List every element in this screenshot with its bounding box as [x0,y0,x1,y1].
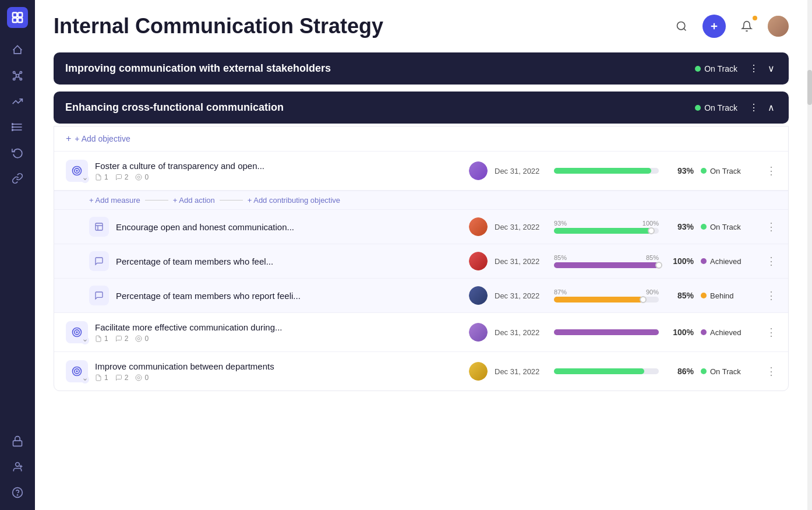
group-expand-2[interactable]: ∧ [765,101,777,114]
sub-title-3[interactable]: Percentage of team members who report fe… [116,291,462,301]
meta-comment-count-1: 2 [125,173,129,181]
svg-point-46 [137,377,140,379]
meta-comment-1: 2 [115,173,129,181]
add-contributing-btn[interactable]: + Add contributing objective [248,196,340,205]
sub-avatar-3 [469,286,488,305]
obj-icon-2[interactable] [66,321,88,343]
obj-menu-2[interactable]: ⋮ [766,326,776,339]
obj-date-2: Dec 31, 2022 [495,328,547,337]
sub-progress-1: 93% 100% [554,220,659,234]
meta-comment-count-3: 2 [125,374,129,382]
obj-status-1: On Track [701,167,759,175]
svg-point-32 [136,174,142,180]
meta-target-count-1: 0 [144,173,149,181]
add-measure-btn[interactable]: + Add measure [89,196,140,205]
svg-point-6 [20,72,22,73]
sidebar-item-user-add[interactable] [7,456,28,477]
sidebar-item-trending[interactable] [7,91,28,112]
sub-info-2: Percentage of team members who feel... [116,256,462,266]
page-title: Internal Communication Strategy [54,14,670,38]
sub-title-1[interactable]: Encourage open and honest communication.… [116,222,462,232]
meta-doc-3: 1 [95,374,108,382]
svg-line-26 [684,29,686,31]
sidebar-item-help[interactable] [7,482,28,503]
sub-row-1: Encourage open and honest communication.… [54,210,788,244]
sub-date-2: Dec 31, 2022 [495,257,547,266]
objective-1: Foster a culture of transparency and ope… [54,152,788,191]
sub-menu-2[interactable]: ⋮ [766,255,776,268]
add-action-btn[interactable]: + Add action [173,196,215,205]
obj-status-label-2: Achieved [710,328,741,337]
obj-menu-3[interactable]: ⋮ [766,365,776,378]
group-header-1[interactable]: Improving communication with external st… [54,52,789,85]
sub-knob-3[interactable] [640,296,647,303]
obj-pct-2: 100% [666,328,694,337]
group-collapse-1[interactable]: ∨ [765,62,777,75]
sidebar-item-sync[interactable] [7,142,28,163]
obj-title-2[interactable]: Facilitate more effective communication … [95,322,462,332]
obj-title-3[interactable]: Improve communication between department… [95,361,462,371]
obj-icon-3[interactable] [66,360,88,382]
obj-progress-2 [554,329,659,335]
svg-line-12 [19,77,20,79]
svg-point-17 [12,126,13,128]
svg-point-39 [76,332,77,333]
sidebar-item-home[interactable] [7,40,28,61]
sep2 [220,200,243,201]
notification-button[interactable] [735,15,758,38]
svg-rect-34 [96,223,103,230]
add-button[interactable] [702,15,726,38]
group-status-label-1: On Track [704,64,737,73]
svg-point-33 [137,176,140,178]
objective-2: Facilitate more effective communication … [54,313,788,352]
sub-current-1: 93% [554,220,567,227]
obj-icon-1[interactable] [66,160,88,182]
group-title-2: Enhancing cross-functional communication [65,101,695,114]
sub-icon-1 [89,217,109,237]
obj-menu-1[interactable]: ⋮ [766,164,776,177]
sub-avatar-1 [469,217,488,236]
sidebar-item-network[interactable] [7,65,28,86]
search-button[interactable] [670,15,693,38]
svg-point-7 [13,78,15,80]
sub-menu-1[interactable]: ⋮ [766,220,776,233]
group-menu-1[interactable]: ⋮ [747,62,761,75]
sub-row-3: Percentage of team members who report fe… [54,279,788,312]
progress-fill-1 [554,168,651,174]
objective-row-1: Foster a culture of transparency and ope… [54,152,788,313]
sub-progress-fill-3 [554,297,643,303]
sub-menu-3[interactable]: ⋮ [766,289,776,302]
meta-target-2: 0 [135,335,149,343]
meta-comment-2: 2 [115,335,129,343]
sidebar [0,0,35,510]
status-dot-2 [695,105,701,111]
svg-point-16 [12,124,13,125]
sidebar-item-list[interactable] [7,117,28,138]
sidebar-item-lock[interactable] [7,431,28,452]
obj-avatar-2 [469,323,488,342]
sidebar-item-link[interactable] [7,168,28,189]
sub-title-2[interactable]: Percentage of team members who feel... [116,256,462,266]
obj-pct-3: 86% [666,367,694,376]
sub-knob-2[interactable] [655,262,662,269]
obj-title-1[interactable]: Foster a culture of transparency and ope… [95,161,462,171]
group-header-2[interactable]: Enhancing cross-functional communication… [54,92,789,124]
scrollbar[interactable] [807,0,812,510]
sub-knob-1[interactable] [648,227,655,234]
svg-line-9 [15,73,16,75]
header: Internal Communication Strategy [35,0,807,48]
svg-line-11 [15,77,16,79]
meta-target-1: 0 [135,173,149,181]
add-objective-row[interactable]: + + Add objective [54,126,788,152]
meta-target-3: 0 [135,374,149,382]
app-logo[interactable] [7,7,28,28]
group-menu-2[interactable]: ⋮ [747,101,761,114]
meta-target-count-3: 0 [144,374,149,382]
sub-status-1: On Track [701,223,759,231]
user-avatar[interactable] [768,16,789,37]
content-area: Improving communication with external st… [35,48,807,510]
obj-date-3: Dec 31, 2022 [495,367,547,376]
scrollbar-thumb[interactable] [807,70,812,105]
sub-progress-fill-1 [554,228,651,234]
sub-icon-2 [89,251,109,271]
